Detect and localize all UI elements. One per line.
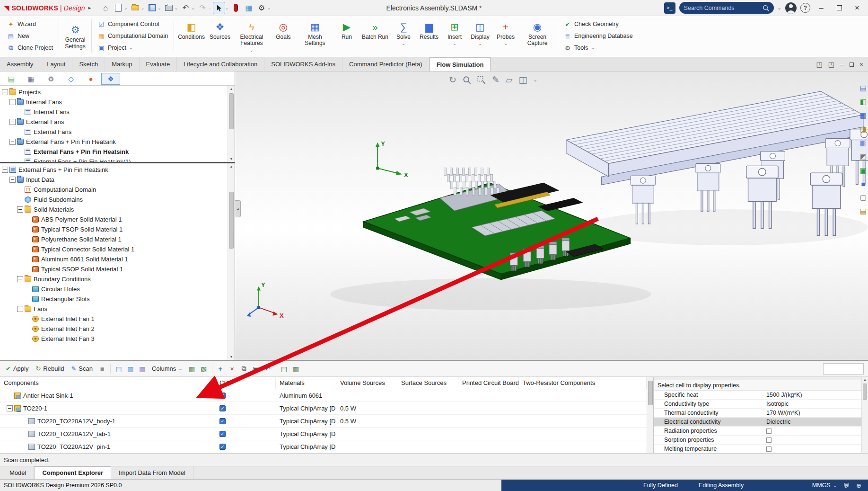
- properties-scrollbar[interactable]: ▲: [861, 377, 868, 453]
- collapse-toggle-icon[interactable]: [9, 99, 16, 105]
- tree-item-external-fans[interactable]: External Fans: [1, 117, 226, 127]
- tab-evaluate[interactable]: Evaluate: [140, 57, 177, 71]
- spreadsheet-icon[interactable]: ▦: [243, 2, 255, 14]
- units-selector[interactable]: MMGS⌄: [812, 482, 837, 489]
- enabled-checkbox[interactable]: [219, 418, 226, 424]
- ribbon-screen-capture-button[interactable]: ◉Screen Capture: [518, 18, 556, 54]
- volume-source-cell[interactable]: 0.5 W: [336, 402, 397, 414]
- tree-item-external-fans-pin-fin-heatsink[interactable]: External Fans + Pin Fin Heatsink: [1, 137, 226, 147]
- user-avatar[interactable]: [785, 2, 797, 14]
- propertymanager-tab-icon[interactable]: ▦: [22, 73, 41, 85]
- engineering-database-button[interactable]: ≣Engineering Database: [561, 31, 635, 41]
- export-excel-icon[interactable]: ▦: [186, 363, 198, 375]
- material-cell[interactable]: Typical ChipArray [D…: [276, 402, 336, 414]
- collapse-toggle-icon[interactable]: [7, 405, 13, 411]
- collapse-toggle-icon[interactable]: [9, 119, 16, 125]
- surface-source-cell[interactable]: [397, 389, 458, 402]
- tree-item-typical-connector-solid-material-1[interactable]: Typical Connector Solid Material 1: [1, 244, 226, 254]
- volume-source-cell[interactable]: [336, 440, 397, 453]
- volume-source-cell[interactable]: 0.5 W: [336, 415, 397, 427]
- search-dropdown-icon[interactable]: ⌄: [778, 5, 781, 10]
- tools-button[interactable]: ⚙Tools⌄: [561, 43, 635, 53]
- ribbon-probes-button[interactable]: +Probes⌄: [493, 18, 518, 54]
- tree-item-external-inlet-fan-2[interactable]: External Inlet Fan 2: [1, 324, 226, 334]
- tab-import-data-from-model[interactable]: Import Data From Model: [111, 466, 193, 479]
- ribbon-solve-button[interactable]: ∑Solve⌄: [391, 18, 416, 54]
- save-icon[interactable]: [146, 2, 158, 14]
- file-explorer-icon[interactable]: ▦: [860, 111, 867, 120]
- material-cell[interactable]: Typical ChipArray [D…: [276, 415, 336, 427]
- featuremanager-tab-icon[interactable]: ▤: [2, 73, 21, 85]
- tree-item-internal-fans[interactable]: Internal Fans: [1, 107, 226, 117]
- two-resistor-cell[interactable]: [519, 415, 647, 427]
- new-document-icon[interactable]: [112, 2, 124, 14]
- chevron-down-icon[interactable]: ⌄: [141, 6, 145, 10]
- collapse-toggle-icon[interactable]: [2, 167, 8, 173]
- scroll-thumb[interactable]: [229, 93, 234, 129]
- tab-model[interactable]: Model: [2, 466, 34, 479]
- scroll-down-icon[interactable]: ▼: [230, 157, 233, 161]
- help-icon[interactable]: ?: [800, 3, 810, 13]
- enabled-checkbox[interactable]: [219, 393, 226, 399]
- collapse-toggle-icon[interactable]: [17, 306, 23, 312]
- zoom-area-icon[interactable]: [477, 76, 486, 84]
- expand-pane-icon[interactable]: ◰: [816, 61, 823, 68]
- tree-item-rectangular-slots[interactable]: Rectangular Slots: [1, 294, 226, 304]
- surface-source-cell[interactable]: [397, 428, 458, 440]
- property-checkbox[interactable]: [766, 429, 772, 434]
- task-pane-icon[interactable]: ▢: [860, 193, 867, 202]
- surface-source-cell[interactable]: [397, 440, 458, 453]
- ribbon-sources-button[interactable]: ❖Sources: [207, 18, 233, 54]
- table-sync-icon[interactable]: ▥: [290, 363, 302, 375]
- viewport-3d-scene[interactable]: Y X Y X: [235, 71, 868, 360]
- printed-circuit-board-cell[interactable]: [458, 415, 519, 427]
- property-checkbox[interactable]: [766, 446, 772, 452]
- chevron-down-icon[interactable]: ⌄: [191, 6, 195, 10]
- undo-icon[interactable]: ↶: [262, 363, 273, 375]
- paste-icon[interactable]: ▣: [250, 363, 262, 375]
- graphics-viewport[interactable]: Y X Y X: [235, 71, 868, 360]
- rotate-view-icon[interactable]: ↻: [449, 74, 456, 85]
- computational-domain-button[interactable]: ▦Computational Domain: [95, 31, 170, 41]
- columns-dropdown[interactable]: Columns⌄: [149, 364, 186, 374]
- float-pane-icon[interactable]: ◳: [828, 61, 834, 68]
- printed-circuit-board-cell[interactable]: [458, 402, 519, 414]
- home-icon[interactable]: ⌂: [99, 2, 112, 14]
- collapse-rows-icon[interactable]: ▥: [125, 363, 136, 375]
- tree-item-external-fans-pin-fin-heatsink[interactable]: External Fans + Pin Fin Heatsink: [1, 165, 226, 175]
- component-row-antler-heat-sink-1[interactable]: Antler Heat Sink-1Aluminum 6061: [0, 389, 647, 402]
- dimxpertmanager-tab-icon[interactable]: ◇: [61, 73, 80, 85]
- tree-item-internal-fans[interactable]: Internal Fans: [1, 97, 226, 107]
- table-export-icon[interactable]: ▤: [279, 363, 290, 375]
- import-excel-icon[interactable]: ▧: [198, 363, 210, 375]
- volume-source-cell[interactable]: [336, 389, 397, 402]
- task-pane-icon[interactable]: ▤: [860, 207, 867, 215]
- command-console-icon[interactable]: >_: [664, 2, 675, 14]
- check-geometry-button[interactable]: ✔Check Geometry: [561, 19, 635, 29]
- general-settings-button[interactable]: ⚙ General Settings: [61, 21, 90, 51]
- scroll-down-icon[interactable]: ▼: [230, 355, 233, 358]
- column-settings-icon[interactable]: ▦: [137, 363, 148, 375]
- tree-item-boundary-conditions[interactable]: Boundary Conditions: [1, 274, 226, 284]
- collapse-toggle-icon[interactable]: [17, 276, 23, 282]
- panel-splitter-handle[interactable]: ◄: [235, 200, 241, 217]
- ribbon-electrical-features-button[interactable]: ϟElectrical Features⌄: [233, 18, 271, 54]
- scroll-up-icon[interactable]: ▲: [230, 165, 233, 168]
- search-icon[interactable]: [763, 5, 769, 11]
- displaymanager-tab-icon[interactable]: ●: [81, 73, 100, 85]
- property-row-conductivity-type[interactable]: Conductivity typeIsotropic: [654, 400, 868, 409]
- property-row-sorption-properties[interactable]: Sorption properties: [654, 436, 868, 445]
- property-row-radiation-properties[interactable]: Radiation properties: [654, 427, 868, 436]
- view-palette-icon[interactable]: ◨: [860, 125, 867, 134]
- tree-item-external-fans-pin-fin-heatsink-1[interactable]: External Fans + Pin Fin Heatsink(1): [1, 157, 226, 163]
- scroll-thumb[interactable]: [648, 381, 653, 405]
- chevron-down-icon[interactable]: ⌄: [175, 6, 178, 10]
- two-resistor-cell[interactable]: [519, 389, 647, 402]
- restore-icon[interactable]: [832, 1, 846, 15]
- collapse-toggle-icon[interactable]: [2, 89, 8, 95]
- enabled-checkbox[interactable]: [219, 431, 226, 437]
- tree-item-solid-materials[interactable]: Solid Materials: [1, 205, 226, 214]
- minimize-icon[interactable]: –: [814, 1, 828, 15]
- component-row-to220-1[interactable]: TO220-1Typical ChipArray [D…0.5 W: [0, 402, 647, 415]
- minimize-pane-icon[interactable]: –: [840, 61, 844, 68]
